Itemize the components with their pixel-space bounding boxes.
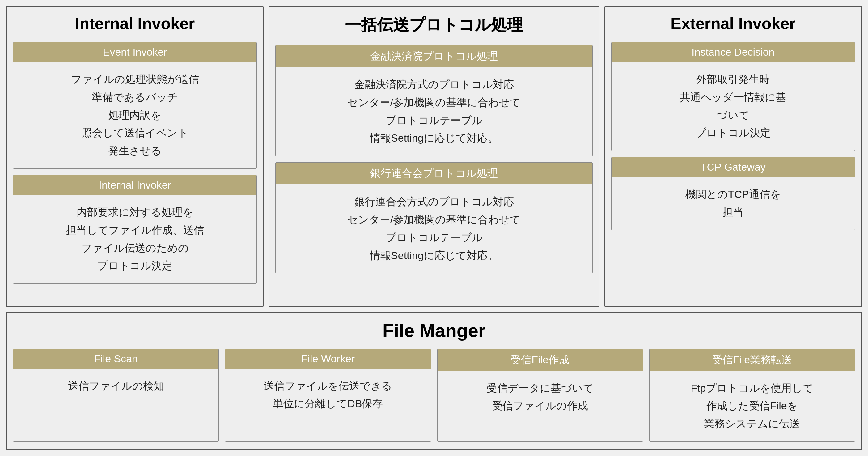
external-invoker-title: External Invoker <box>611 14 855 33</box>
kinyu-card-body: 金融決済院方式のプロトコル対応センター/参加機関の基準に合わせてプロトコルテーブ… <box>276 67 592 156</box>
internal-invoker-card-header: Internal Invoker <box>13 175 256 195</box>
file-manager-title: File Manger <box>13 320 855 341</box>
external-invoker-panel: External Invoker Instance Decision 外部取引発… <box>604 6 862 307</box>
event-invoker-card: Event Invoker ファイルの処理状態が送信準備であるバッチ処理内訳を照… <box>13 42 257 169</box>
bottom-cards: File Scan 送信ファイルの検知 File Worker 送信ファイルを伝… <box>13 349 855 442</box>
instance-decision-card: Instance Decision 外部取引発生時共通ヘッダー情報に基づいてプロ… <box>611 42 855 151</box>
file-worker-card: File Worker 送信ファイルを伝送できる単位に分離してDB保存 <box>225 349 431 442</box>
tcp-gateway-body: 機関とのTCP通信を担当 <box>612 177 855 230</box>
ginkou-card-header: 銀行連合会プロトコル処理 <box>276 162 592 184</box>
receive-file-transfer-header: 受信File業務転送 <box>650 349 855 371</box>
file-worker-header: File Worker <box>225 349 430 368</box>
file-scan-header: File Scan <box>13 349 218 368</box>
receive-file-create-header: 受信File作成 <box>438 349 643 371</box>
kinyu-card-header: 金融決済院プロトコル処理 <box>276 45 592 67</box>
instance-decision-body: 外部取引発生時共通ヘッダー情報に基づいてプロトコル決定 <box>612 62 855 151</box>
internal-invoker-card: Internal Invoker 内部要求に対する処理を担当してファイル作成、送… <box>13 175 257 284</box>
internal-invoker-title: Internal Invoker <box>13 14 257 33</box>
center-panel-title: 一括伝送プロトコル処理 <box>275 14 592 36</box>
file-manager-section: File Manger File Scan 送信ファイルの検知 File Wor… <box>6 312 862 450</box>
event-invoker-body: ファイルの処理状態が送信準備であるバッチ処理内訳を照会して送信イベント発生させる <box>13 62 256 169</box>
receive-file-transfer-body: Ftpプロトコルを使用して作成した受信Fileを業務システムに伝送 <box>650 371 855 442</box>
event-invoker-header: Event Invoker <box>13 42 256 62</box>
kinyu-card: 金融決済院プロトコル処理 金融決済院方式のプロトコル対応センター/参加機関の基準… <box>275 45 592 156</box>
tcp-gateway-header: TCP Gateway <box>612 157 855 177</box>
instance-decision-header: Instance Decision <box>612 42 855 62</box>
receive-file-create-card: 受信File作成 受信データに基づいて受信ファイルの作成 <box>437 349 643 442</box>
file-scan-body: 送信ファイルの検知 <box>13 368 218 404</box>
ginkou-card-body: 銀行連合会方式のプロトコル対応センター/参加機関の基準に合わせてプロトコルテーブ… <box>276 184 592 273</box>
receive-file-transfer-card: 受信File業務転送 Ftpプロトコルを使用して作成した受信Fileを業務システ… <box>649 349 855 442</box>
center-panel: 一括伝送プロトコル処理 金融決済院プロトコル処理 金融決済院方式のプロトコル対応… <box>269 6 599 307</box>
internal-invoker-card-body: 内部要求に対する処理を担当してファイル作成、送信ファイル伝送のためのプロトコル決… <box>13 195 256 283</box>
file-worker-body: 送信ファイルを伝送できる単位に分離してDB保存 <box>225 368 430 422</box>
top-section: Internal Invoker Event Invoker ファイルの処理状態… <box>6 6 862 307</box>
ginkou-card: 銀行連合会プロトコル処理 銀行連合会方式のプロトコル対応センター/参加機関の基準… <box>275 162 592 273</box>
internal-invoker-panel: Internal Invoker Event Invoker ファイルの処理状態… <box>6 6 264 307</box>
tcp-gateway-card: TCP Gateway 機関とのTCP通信を担当 <box>611 157 855 230</box>
receive-file-create-body: 受信データに基づいて受信ファイルの作成 <box>438 371 643 424</box>
file-scan-card: File Scan 送信ファイルの検知 <box>13 349 219 442</box>
